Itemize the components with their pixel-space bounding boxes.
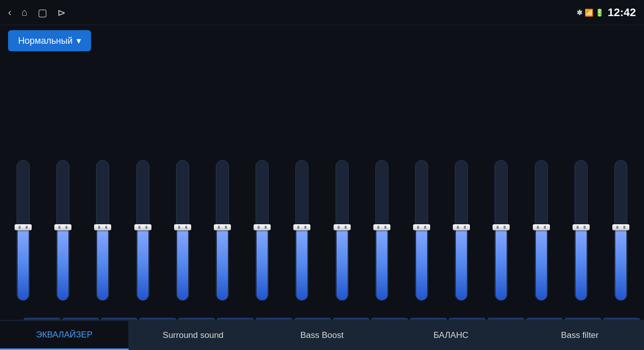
slider-20[interactable] <box>4 160 42 316</box>
slider-1K[interactable] <box>323 160 361 316</box>
tab-bassboost[interactable]: Bass Boost <box>258 321 386 350</box>
slider-thumb-50[interactable] <box>54 224 71 230</box>
slider-fill-500 <box>257 227 268 300</box>
slider-track-16K <box>614 160 627 301</box>
slider-fill-125 <box>137 227 148 300</box>
content-area: Нормальный ▾ FC: 2050801252003155008001K… <box>0 25 644 350</box>
slider-thumb-1.25K[interactable] <box>373 224 390 230</box>
slider-track-8K <box>535 160 548 301</box>
slider-315[interactable] <box>203 160 242 316</box>
slider-thumb-200[interactable] <box>174 224 191 230</box>
slider-track-50 <box>56 160 69 301</box>
slider-thumb-500[interactable] <box>254 224 271 230</box>
slider-5K[interactable] <box>482 160 520 316</box>
back-icon[interactable]: ‹ <box>8 7 12 18</box>
slider-80[interactable] <box>84 160 122 316</box>
tab-balance[interactable]: БАЛАНС <box>387 321 516 350</box>
status-bar: ‹ ⌂ ▢ ⊳ ✱ 📶 🔋 12:42 <box>0 0 644 25</box>
nav-controls: ‹ ⌂ ▢ ⊳ <box>8 7 66 19</box>
slider-fill-50 <box>57 227 68 300</box>
status-icons: ✱ 📶 🔋 <box>577 9 604 17</box>
slider-fill-1.25K <box>376 227 387 300</box>
preset-dropdown-icon: ▾ <box>76 35 81 46</box>
slider-track-315 <box>216 160 229 301</box>
clock: 12:42 <box>608 6 636 19</box>
slider-fill-12.5K <box>576 227 587 300</box>
slider-12.5K[interactable] <box>562 160 600 316</box>
slider-track-80 <box>96 160 109 301</box>
slider-fill-800 <box>296 227 307 300</box>
slider-fill-2K <box>416 227 427 300</box>
slider-16K[interactable] <box>602 160 640 316</box>
slider-track-1.25K <box>375 160 388 301</box>
equalizer-panel: FC: 2050801252003155008001K1.25K2K3.15K5… <box>0 56 644 350</box>
bottom-tabs: ЭКВАЛАЙЗЕР Surround sound Bass Boost БАЛ… <box>0 320 644 350</box>
flag-icon[interactable]: ⊳ <box>57 7 66 19</box>
status-right: ✱ 📶 🔋 12:42 <box>577 6 636 19</box>
slider-200[interactable] <box>164 160 202 316</box>
bluetooth-icon: ✱ <box>577 9 583 17</box>
slider-thumb-3.15K[interactable] <box>453 224 470 230</box>
slider-track-3.15K <box>455 160 468 301</box>
slider-thumb-125[interactable] <box>134 224 151 230</box>
slider-thumb-20[interactable] <box>15 224 32 230</box>
slider-fill-5K <box>496 227 507 300</box>
slider-track-2K <box>415 160 428 301</box>
slider-fill-16K <box>615 227 626 300</box>
slider-800[interactable] <box>283 160 321 316</box>
preset-section: Нормальный ▾ <box>0 25 644 56</box>
battery-icon: 🔋 <box>595 9 604 17</box>
slider-track-125 <box>136 160 149 301</box>
slider-2K[interactable] <box>403 160 441 316</box>
slider-thumb-1K[interactable] <box>334 224 351 230</box>
slider-fill-200 <box>177 227 188 300</box>
slider-track-1K <box>336 160 349 301</box>
slider-thumb-315[interactable] <box>214 224 231 230</box>
slider-track-200 <box>176 160 189 301</box>
tab-equalizer[interactable]: ЭКВАЛАЙЗЕР <box>0 321 129 350</box>
slider-fill-1K <box>337 227 348 300</box>
recent-icon[interactable]: ▢ <box>38 7 47 19</box>
slider-track-5K <box>495 160 508 301</box>
slider-thumb-5K[interactable] <box>493 224 510 230</box>
slider-thumb-800[interactable] <box>293 224 310 230</box>
slider-thumb-12.5K[interactable] <box>573 224 590 230</box>
slider-thumb-80[interactable] <box>94 224 111 230</box>
tab-bassfilter[interactable]: Bass filter <box>516 321 644 350</box>
slider-500[interactable] <box>243 160 281 316</box>
slider-fill-315 <box>217 227 228 300</box>
slider-track-500 <box>256 160 269 301</box>
slider-fill-20 <box>18 227 29 300</box>
slider-thumb-2K[interactable] <box>413 224 430 230</box>
slider-3.15K[interactable] <box>442 160 480 316</box>
slider-125[interactable] <box>124 160 162 316</box>
slider-thumb-16K[interactable] <box>612 224 629 230</box>
slider-track-800 <box>295 160 308 301</box>
slider-track-20 <box>17 160 30 301</box>
slider-fill-80 <box>97 227 108 300</box>
tab-surround[interactable]: Surround sound <box>129 321 258 350</box>
sliders-row <box>4 56 640 316</box>
slider-track-12.5K <box>575 160 588 301</box>
preset-label: Нормальный <box>18 36 72 46</box>
slider-1.25K[interactable] <box>363 160 401 316</box>
slider-fill-8K <box>536 227 547 300</box>
slider-fill-3.15K <box>456 227 467 300</box>
preset-button[interactable]: Нормальный ▾ <box>8 30 91 51</box>
slider-8K[interactable] <box>522 160 560 316</box>
slider-50[interactable] <box>44 160 82 316</box>
slider-thumb-8K[interactable] <box>533 224 550 230</box>
home-icon[interactable]: ⌂ <box>22 7 28 18</box>
wifi-icon: 📶 <box>585 9 593 17</box>
